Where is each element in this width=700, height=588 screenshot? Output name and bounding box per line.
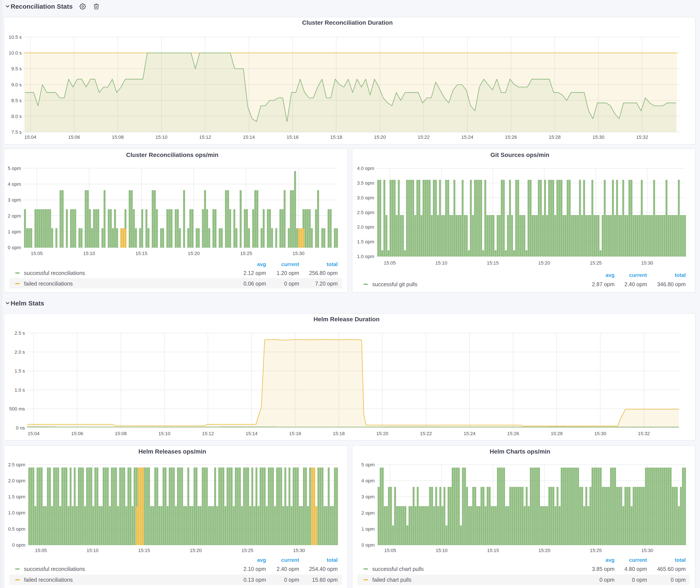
- svg-text:15:25: 15:25: [241, 548, 253, 553]
- svg-text:15:04: 15:04: [24, 134, 36, 140]
- svg-text:Cluster Reconciliations ops/mi: Cluster Reconciliations ops/min: [126, 152, 218, 158]
- svg-text:15:12: 15:12: [199, 134, 211, 140]
- svg-text:1.5 opm: 1.5 opm: [357, 239, 374, 244]
- svg-text:3 opm: 3 opm: [8, 197, 21, 203]
- svg-text:2.0 opm: 2.0 opm: [8, 478, 26, 483]
- svg-text:0 opm: 0 opm: [284, 281, 299, 287]
- svg-text:4.80 opm: 4.80 opm: [624, 566, 647, 572]
- svg-text:Helm Releases ops/min: Helm Releases ops/min: [139, 448, 206, 455]
- svg-text:7.5 s: 7.5 s: [11, 129, 22, 135]
- svg-text:10.0 s: 10.0 s: [9, 50, 22, 56]
- svg-text:15:08: 15:08: [112, 134, 124, 140]
- svg-text:Helm Release Duration: Helm Release Duration: [314, 316, 380, 323]
- svg-text:15:08: 15:08: [115, 431, 127, 436]
- svg-text:current: current: [629, 272, 647, 278]
- svg-text:15:25: 15:25: [590, 260, 602, 266]
- svg-text:15:05: 15:05: [384, 260, 396, 266]
- svg-text:3.5 opm: 3.5 opm: [357, 180, 374, 186]
- svg-text:2.5 s: 2.5 s: [15, 330, 25, 336]
- svg-text:15:15: 15:15: [487, 260, 499, 266]
- svg-text:2 opm: 2 opm: [361, 510, 375, 516]
- svg-text:500 ms: 500 ms: [9, 406, 25, 412]
- svg-text:15:20: 15:20: [188, 251, 200, 256]
- svg-text:15:28: 15:28: [551, 431, 563, 436]
- svg-text:15:20: 15:20: [539, 548, 550, 553]
- svg-text:15:30: 15:30: [641, 548, 653, 553]
- svg-text:15:20: 15:20: [190, 548, 202, 553]
- svg-text:total: total: [675, 272, 686, 278]
- svg-text:9.0 s: 9.0 s: [11, 82, 22, 87]
- svg-text:1 opm: 1 opm: [8, 229, 21, 234]
- svg-text:1 opm: 1 opm: [361, 526, 375, 532]
- svg-text:15:06: 15:06: [68, 134, 80, 140]
- svg-text:Helm Charts ops/min: Helm Charts ops/min: [490, 448, 550, 455]
- svg-text:0 opm: 0 opm: [284, 577, 299, 583]
- svg-text:15:04: 15:04: [28, 431, 40, 436]
- svg-text:15.60 opm: 15.60 opm: [312, 577, 338, 583]
- svg-text:15:18: 15:18: [330, 134, 342, 140]
- svg-text:15:15: 15:15: [135, 251, 147, 256]
- svg-text:successful reconciliations: successful reconciliations: [24, 270, 85, 276]
- svg-text:10.5 s: 10.5 s: [9, 34, 22, 40]
- svg-text:15:30: 15:30: [293, 548, 305, 553]
- svg-text:15:30: 15:30: [592, 134, 604, 140]
- svg-text:2.10 opm: 2.10 opm: [244, 566, 266, 572]
- svg-text:successful git pulls: successful git pulls: [372, 281, 417, 287]
- svg-text:avg: avg: [606, 557, 615, 563]
- svg-text:total: total: [675, 557, 686, 563]
- svg-text:1.0 opm: 1.0 opm: [357, 254, 374, 259]
- svg-text:15:22: 15:22: [420, 431, 432, 436]
- svg-text:total: total: [327, 261, 338, 267]
- svg-text:15:20: 15:20: [376, 431, 388, 436]
- svg-text:3.85 opm: 3.85 opm: [592, 566, 615, 572]
- svg-text:8.0 s: 8.0 s: [11, 114, 22, 119]
- svg-text:2 opm: 2 opm: [8, 213, 21, 219]
- svg-text:current: current: [281, 557, 299, 563]
- svg-text:256.80 opm: 256.80 opm: [309, 270, 338, 276]
- svg-text:0 ns: 0 ns: [16, 425, 25, 431]
- svg-text:15:15: 15:15: [138, 548, 150, 553]
- svg-text:failed chart pulls: failed chart pulls: [372, 577, 411, 583]
- svg-text:0 opm: 0 opm: [632, 577, 647, 583]
- svg-text:15:10: 15:10: [435, 260, 447, 266]
- svg-text:current: current: [629, 557, 647, 563]
- svg-text:Cluster Reconciliation Duratio: Cluster Reconciliation Duration: [302, 19, 393, 26]
- svg-text:0.5 opm: 0.5 opm: [8, 526, 26, 532]
- svg-text:2.0 s: 2.0 s: [15, 349, 25, 355]
- svg-text:15:32: 15:32: [636, 134, 648, 140]
- svg-text:15:30: 15:30: [641, 260, 653, 266]
- svg-text:15:10: 15:10: [87, 548, 98, 553]
- svg-text:successful chart pulls: successful chart pulls: [372, 566, 424, 572]
- svg-text:15:10: 15:10: [155, 134, 167, 140]
- svg-text:0 opm: 0 opm: [671, 577, 686, 583]
- svg-text:9.5 s: 9.5 s: [11, 66, 22, 71]
- svg-text:15:32: 15:32: [638, 431, 650, 436]
- svg-text:15:14: 15:14: [243, 134, 255, 140]
- svg-text:0.13 opm: 0.13 opm: [244, 577, 266, 583]
- svg-text:15:30: 15:30: [292, 251, 304, 256]
- svg-text:15:05: 15:05: [35, 548, 47, 553]
- svg-text:15:16: 15:16: [289, 431, 301, 436]
- svg-text:15:22: 15:22: [418, 134, 430, 140]
- svg-text:15:05: 15:05: [384, 548, 396, 553]
- svg-text:successful reconciliations: successful reconciliations: [24, 566, 85, 572]
- svg-text:1.20 opm: 1.20 opm: [277, 270, 299, 276]
- svg-text:15:10: 15:10: [83, 251, 95, 256]
- svg-text:1.5 opm: 1.5 opm: [8, 494, 26, 499]
- svg-text:current: current: [281, 261, 299, 267]
- svg-text:15:15: 15:15: [487, 548, 499, 553]
- svg-text:2.87 opm: 2.87 opm: [592, 281, 615, 287]
- svg-text:4.0 opm: 4.0 opm: [357, 166, 374, 171]
- svg-text:15:24: 15:24: [461, 134, 473, 140]
- svg-text:15:05: 15:05: [31, 251, 43, 256]
- svg-text:avg: avg: [257, 261, 266, 267]
- svg-text:15:20: 15:20: [374, 134, 386, 140]
- svg-text:0 opm: 0 opm: [8, 245, 21, 250]
- svg-text:15:06: 15:06: [71, 431, 83, 436]
- svg-text:4 opm: 4 opm: [361, 478, 375, 483]
- svg-text:0.06 opm: 0.06 opm: [244, 281, 266, 287]
- svg-text:5 opm: 5 opm: [8, 166, 21, 171]
- svg-text:0 opm: 0 opm: [600, 577, 615, 583]
- svg-text:avg: avg: [257, 557, 266, 563]
- svg-text:3.0 opm: 3.0 opm: [357, 195, 374, 200]
